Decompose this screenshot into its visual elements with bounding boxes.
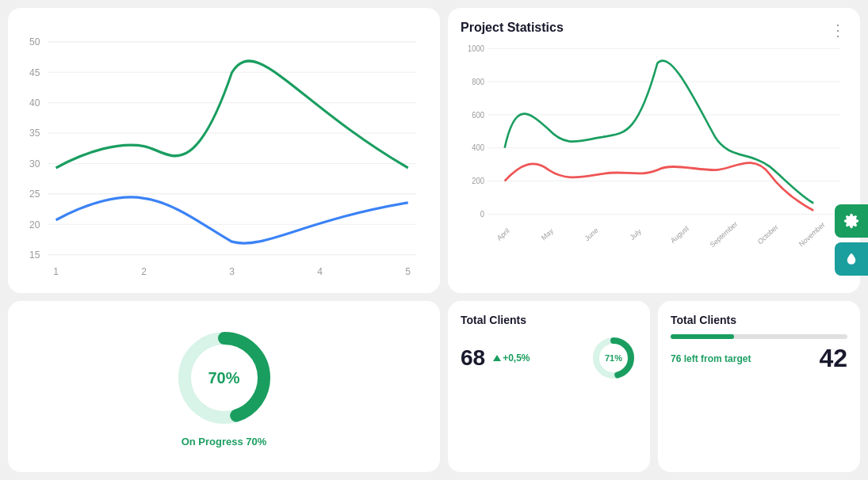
svg-text:200: 200 bbox=[472, 177, 484, 185]
total-clients-left-card: Total Clients 68 +0,5% 71% bbox=[448, 301, 650, 472]
small-donut-label: 71% bbox=[605, 353, 622, 363]
progress-bar-fill bbox=[671, 334, 734, 339]
donut-chart: 70% bbox=[173, 326, 276, 429]
svg-text:400: 400 bbox=[472, 143, 484, 152]
donut-card: 70% On Progress 70% bbox=[8, 301, 440, 472]
svg-text:35: 35 bbox=[29, 128, 40, 139]
on-progress-label: On Progress 70% bbox=[182, 436, 267, 448]
left-from-target-num: 76 bbox=[671, 353, 681, 364]
left-from-target-label: 76 left from target bbox=[671, 353, 751, 364]
project-stats-card: Project Statistics ⋮ 1000 800 600 400 20… bbox=[448, 8, 860, 293]
svg-text:4: 4 bbox=[317, 265, 323, 277]
project-stats-title: Project Statistics bbox=[461, 21, 847, 35]
svg-text:45: 45 bbox=[29, 67, 40, 78]
arrow-up-icon bbox=[493, 355, 501, 361]
svg-text:5: 5 bbox=[405, 265, 411, 277]
svg-text:November: November bbox=[797, 220, 826, 249]
svg-text:October: October bbox=[756, 223, 779, 246]
donut-percent-label: 70% bbox=[208, 368, 239, 387]
svg-text:40: 40 bbox=[29, 97, 40, 109]
progress-bar-bg bbox=[671, 334, 847, 339]
left-from-target-text: left from target bbox=[684, 353, 751, 364]
svg-text:1: 1 bbox=[53, 265, 59, 277]
progress-meta: 76 left from target 42 bbox=[671, 344, 847, 373]
drop-button[interactable] bbox=[835, 242, 868, 276]
line-chart-card: 50 45 40 35 30 25 20 15 1 2 3 4 5 bbox=[8, 8, 440, 293]
total-clients-left-title: Total Clients bbox=[461, 314, 637, 326]
total-clients-right-card: Total Clients 76 left from target 42 bbox=[658, 301, 860, 472]
gear-button[interactable] bbox=[835, 204, 868, 238]
svg-text:May: May bbox=[540, 227, 555, 242]
clients-number: 68 bbox=[461, 345, 485, 371]
svg-text:25: 25 bbox=[29, 189, 40, 200]
svg-text:August: August bbox=[669, 223, 690, 245]
bottom-right-section: Total Clients 68 +0,5% 71% Total Clients bbox=[448, 301, 860, 472]
svg-text:April: April bbox=[495, 227, 510, 242]
svg-text:600: 600 bbox=[472, 110, 484, 119]
progress-bar-section: 76 left from target 42 bbox=[671, 334, 847, 373]
svg-text:1000: 1000 bbox=[468, 44, 484, 53]
svg-text:15: 15 bbox=[29, 250, 40, 261]
svg-text:50: 50 bbox=[29, 36, 40, 48]
svg-text:June: June bbox=[583, 226, 599, 242]
total-clients-right-title: Total Clients bbox=[671, 314, 847, 326]
svg-text:20: 20 bbox=[29, 219, 40, 230]
svg-text:September: September bbox=[709, 219, 739, 249]
svg-text:3: 3 bbox=[229, 265, 235, 277]
total-clients-big-number: 42 bbox=[819, 344, 847, 373]
clients-change: +0,5% bbox=[493, 352, 530, 364]
svg-text:2: 2 bbox=[141, 265, 147, 277]
floating-buttons bbox=[835, 204, 868, 276]
clients-metric-row: 68 +0,5% 71% bbox=[461, 334, 637, 382]
svg-text:800: 800 bbox=[472, 77, 484, 86]
svg-text:July: July bbox=[629, 227, 643, 242]
svg-text:30: 30 bbox=[29, 158, 40, 170]
svg-text:0: 0 bbox=[480, 210, 485, 219]
more-options-button[interactable]: ⋮ bbox=[830, 21, 847, 40]
